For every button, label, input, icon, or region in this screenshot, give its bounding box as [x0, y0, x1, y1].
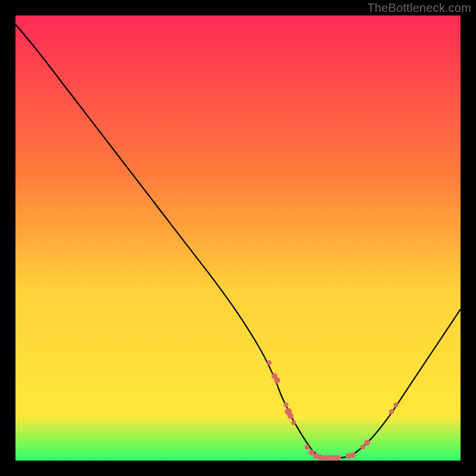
frame-left	[0, 0, 15, 476]
curve-marker	[350, 452, 356, 458]
curve-marker	[305, 445, 309, 450]
frame-right	[461, 0, 476, 476]
plot-background	[15, 15, 461, 461]
curve-marker	[287, 413, 293, 419]
chart-canvas: TheBottleneck.com	[0, 0, 476, 476]
curve-marker	[267, 360, 271, 365]
curve-marker	[274, 377, 280, 383]
watermark-text: TheBottleneck.com	[367, 1, 471, 15]
curve-marker	[292, 420, 296, 425]
chart-svg	[0, 0, 476, 476]
curve-marker	[394, 403, 399, 408]
curve-marker	[389, 409, 394, 414]
curve-marker	[364, 440, 370, 446]
curve-marker	[284, 403, 289, 408]
curve-marker	[360, 445, 365, 450]
curve-marker	[335, 455, 341, 461]
frame-bottom	[0, 461, 476, 476]
